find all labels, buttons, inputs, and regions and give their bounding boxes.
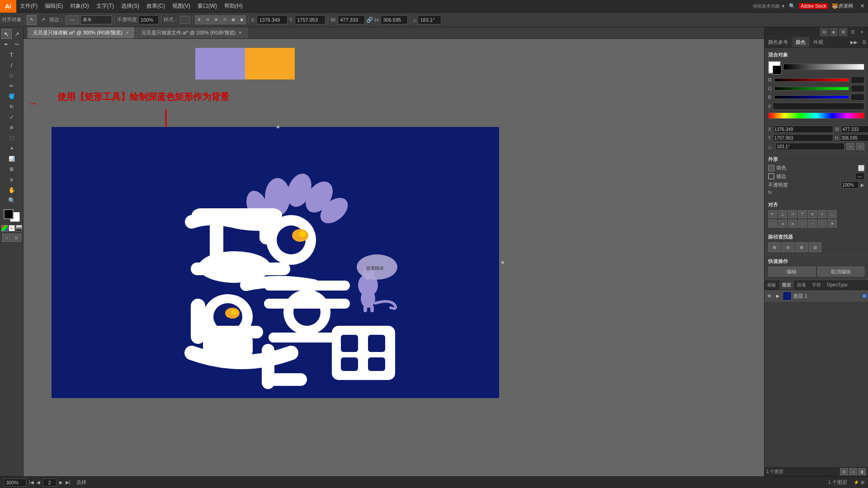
tab-2-close[interactable]: ✕	[238, 30, 242, 35]
window-minimize-icon[interactable]: 🐯虎课网	[832, 3, 853, 9]
fullscreen-view-btn[interactable]: ⊡	[12, 234, 21, 242]
fill-icon[interactable]	[768, 165, 774, 171]
qa-icon-4[interactable]: ☰	[849, 28, 857, 36]
h-coord-input[interactable]	[840, 134, 868, 141]
qa-icon-2[interactable]: ◈	[830, 28, 838, 36]
angle-coord-input[interactable]	[775, 143, 844, 150]
flip-v-btn[interactable]: ↕	[856, 143, 864, 150]
opacity-expand-btn[interactable]: ▶	[861, 183, 864, 188]
y-input[interactable]	[295, 15, 326, 24]
pathfinder-minus-front[interactable]: ⊖	[782, 242, 794, 252]
gradient-btn[interactable]	[16, 225, 22, 231]
layer-tab-artboard[interactable]: 画板	[764, 280, 779, 290]
hand-tool[interactable]: ✋	[2, 185, 22, 195]
stroke-dropdown[interactable]: —	[855, 173, 864, 180]
tab-color[interactable]: 颜色	[792, 37, 810, 47]
hex-input[interactable]	[773, 103, 864, 110]
make-mask-btn[interactable]: ⊡	[840, 468, 848, 475]
fill-swatch[interactable]	[768, 61, 781, 74]
layer-tab-char[interactable]: 字符	[809, 280, 824, 290]
scale-tool[interactable]: ⤢	[2, 112, 22, 122]
align-right-btn[interactable]: ⊠	[212, 15, 220, 24]
qa-icon-3[interactable]: ⊞	[839, 28, 847, 36]
tab-color-ref[interactable]: 颜色参考	[764, 37, 792, 47]
none-color-btn[interactable]: ✕	[9, 225, 15, 231]
align-center-btn[interactable]: ⊟	[203, 15, 212, 24]
tab-collapse-btn[interactable]: ☰	[860, 37, 868, 47]
window-close-btn[interactable]: ✕	[860, 3, 864, 9]
edit-button[interactable]: 编辑	[768, 267, 816, 277]
y-coord-input[interactable]	[773, 134, 833, 141]
align-top-btn[interactable]: ⊡	[221, 15, 229, 24]
stroke-type-btn[interactable]: 基本	[80, 15, 112, 24]
layer-tab-layers[interactable]: 图层	[779, 280, 794, 290]
menu-object[interactable]: 对象(O)	[66, 0, 92, 13]
symbol-tool[interactable]: ✦	[2, 143, 22, 153]
zoom-input[interactable]	[4, 479, 26, 487]
align-left-btn[interactable]: ⊞	[195, 15, 203, 24]
dist-right[interactable]: ⫸	[788, 220, 797, 228]
nav-first-btn[interactable]: |◀	[29, 480, 34, 485]
slice-tool[interactable]: ⧈	[2, 174, 22, 184]
menu-edit[interactable]: 编辑(E)	[41, 0, 66, 13]
layer-lock-icon[interactable]: ▶	[774, 293, 781, 299]
gpu-icon[interactable]: ⚡	[854, 480, 859, 485]
pen-tool[interactable]: ✒	[1, 39, 12, 49]
menu-view[interactable]: 视图(V)	[169, 0, 194, 13]
g-input[interactable]	[851, 85, 864, 92]
pathfinder-unite[interactable]: ⊕	[768, 242, 781, 252]
direct-selection-tool[interactable]: ↗	[12, 29, 22, 39]
align-top-edge[interactable]: ⊤	[798, 210, 807, 218]
select-tool-btn[interactable]: ↖	[27, 15, 37, 25]
g-slider[interactable]	[774, 87, 849, 90]
pencil-tool[interactable]: ✏	[2, 81, 22, 91]
selection-tool[interactable]: ↖	[1, 29, 12, 39]
align-bottom-edge[interactable]: ⊦	[818, 210, 827, 218]
column-graph-tool[interactable]: 📊	[2, 154, 22, 164]
dist-left[interactable]: ⫶	[768, 220, 777, 228]
warp-tool[interactable]: ≋	[2, 122, 22, 132]
delete-layer-btn[interactable]: 🗑	[858, 468, 866, 475]
direct-select-btn[interactable]: ↗	[38, 15, 48, 25]
rect-tool[interactable]: □	[2, 70, 22, 80]
b-slider[interactable]	[774, 95, 849, 99]
fill-color-swatch[interactable]	[858, 165, 864, 171]
x-input[interactable]	[257, 15, 288, 24]
r-input[interactable]	[851, 76, 864, 84]
dist-hcenter[interactable]: ⫷	[778, 220, 787, 228]
tab-1[interactable]: 元旦是只猫讲解.ai* @ 300% (RGB/预览) ✕	[27, 27, 135, 38]
layer-tab-opentype[interactable]: OpenType	[824, 280, 851, 290]
zoom-fit-icon[interactable]: ⊞	[861, 480, 864, 485]
layer-eye-icon[interactable]: 👁	[766, 293, 773, 299]
menu-select[interactable]: 选择(S)	[118, 0, 143, 13]
layer-item-1[interactable]: 👁 ▶ 图层 1	[764, 290, 868, 302]
rotate-tool[interactable]: ↻	[2, 102, 22, 112]
opacity-input[interactable]	[138, 15, 159, 24]
r-slider[interactable]	[774, 78, 849, 82]
align-more-btn[interactable]: …	[828, 210, 837, 218]
color-gradient-bar[interactable]	[783, 64, 864, 70]
menu-effect[interactable]: 效果(C)	[143, 0, 169, 13]
nav-last-btn[interactable]: ▶|	[66, 480, 71, 485]
style-preview[interactable]	[180, 16, 190, 24]
stroke-icon[interactable]	[768, 173, 774, 179]
menu-window[interactable]: 窗口(W)	[194, 0, 221, 13]
layer-tab-para[interactable]: 段落	[794, 280, 809, 290]
qa-icon-1[interactable]: ⧉	[820, 28, 828, 36]
stroke-color[interactable]	[4, 209, 14, 219]
align-right-edge[interactable]: ⊣	[788, 210, 797, 218]
align-vcenter-btn[interactable]: ▦	[229, 15, 237, 24]
tab-expand-btn[interactable]: ▶▶	[848, 37, 860, 47]
paintbucket-tool[interactable]: 🪣	[2, 91, 22, 101]
constrain-icon[interactable]: 🔗	[366, 17, 373, 23]
h-input[interactable]	[381, 15, 408, 24]
new-layer-btn[interactable]: +	[849, 468, 857, 475]
artboard-number-input[interactable]	[43, 479, 57, 487]
align-vcenter2[interactable]: ≡	[808, 210, 817, 218]
nav-prev-btn[interactable]: ◀	[37, 480, 40, 485]
zoom-tool[interactable]: 🔍	[2, 195, 22, 205]
angle-input[interactable]	[418, 15, 441, 24]
curvature-tool[interactable]: 〜	[12, 39, 22, 49]
align-left-edge[interactable]: ⊢	[768, 210, 777, 218]
color-mode-btn[interactable]	[1, 225, 8, 231]
